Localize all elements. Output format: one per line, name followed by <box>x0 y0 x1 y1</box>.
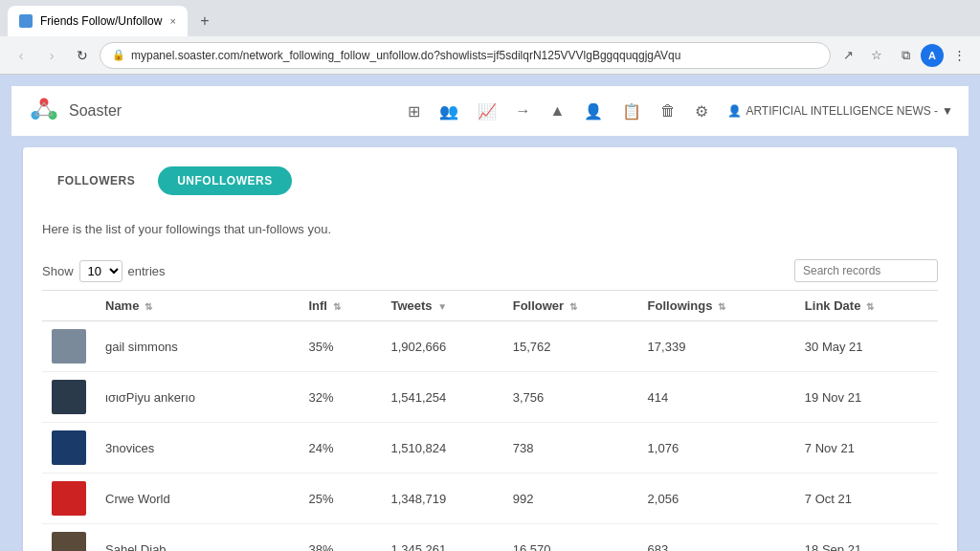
address-bar[interactable]: 🔒 mypanel.soaster.com/network_following_… <box>100 42 831 69</box>
arrow-icon[interactable]: → <box>516 102 531 120</box>
url-text: mypanel.soaster.com/network_following_fo… <box>131 49 818 62</box>
share-icon: ↗ <box>843 48 854 62</box>
tweets-cell: 1,541,254 <box>381 372 502 423</box>
avatar <box>52 329 86 364</box>
follower-cell: 738 <box>503 423 638 474</box>
avatar-cell <box>42 524 96 552</box>
follower-cell: 16,570 <box>503 524 638 552</box>
content-area: FOLLOWERS UNFOLLOWERS Here is the list o… <box>23 147 957 551</box>
profile-button[interactable]: A <box>921 44 944 67</box>
settings-icon[interactable]: ⚙ <box>695 102 708 121</box>
trash-icon[interactable]: 🗑 <box>660 102 676 120</box>
link-date-cell: 30 May 21 <box>795 321 938 372</box>
forward-button[interactable]: › <box>38 42 65 69</box>
entries-label: entries <box>128 264 166 278</box>
col-follower[interactable]: Follower ⇅ <box>503 291 638 321</box>
tab-title: Friends Follow/Unfollow <box>40 14 162 28</box>
tweets-cell: 1,510,824 <box>381 423 502 474</box>
avatar-cell <box>42 423 96 474</box>
grid-icon[interactable]: ⊞ <box>408 102 420 121</box>
follower-cell: 992 <box>503 474 638 524</box>
tweets-cell: 1,348,719 <box>381 474 502 524</box>
col-infl[interactable]: Infl ⇅ <box>299 291 381 321</box>
refresh-button[interactable]: ↻ <box>69 42 96 69</box>
name-cell: Crwe World <box>96 474 299 524</box>
table-row: 3novices 24% 1,510,824 738 1,076 7 Nov 2… <box>42 423 938 474</box>
followers-tab[interactable]: FOLLOWERS <box>42 166 150 195</box>
trending-icon[interactable]: 📈 <box>478 102 497 121</box>
table-controls: Show 10 25 50 entries <box>42 259 938 282</box>
more-button[interactable]: ⋮ <box>946 42 972 69</box>
col-tweets[interactable]: Tweets ▼ <box>381 291 502 321</box>
followings-cell: 17,339 <box>638 321 795 372</box>
ai-news-dropdown[interactable]: 👤 ARTIFICIAL INTELLIGENCE NEWS - ▼ <box>727 104 953 118</box>
search-input[interactable] <box>794 259 938 282</box>
link-date-cell: 18 Sep 21 <box>795 524 938 552</box>
share-button[interactable]: ↗ <box>835 42 861 69</box>
avatar <box>52 430 86 465</box>
dropdown-icon: ▼ <box>942 104 953 118</box>
name-cell: ισισPiyu ankerıo <box>96 372 299 423</box>
send-icon[interactable]: ▲ <box>550 102 566 120</box>
col-followings-sort-icon: ⇅ <box>718 301 725 312</box>
tweets-cell: 1,902,666 <box>381 321 502 372</box>
table-header-row: Name ⇅ Infl ⇅ Tweets ▼ Follower ⇅ <box>42 291 938 321</box>
entries-select[interactable]: 10 25 50 <box>79 260 122 282</box>
back-button[interactable]: ‹ <box>8 42 34 69</box>
infl-cell: 24% <box>299 423 381 474</box>
follower-cell: 15,762 <box>503 321 638 372</box>
show-label: Show <box>42 264 74 278</box>
col-infl-label: Infl <box>308 298 327 313</box>
active-tab[interactable]: Friends Follow/Unfollow × <box>8 6 188 36</box>
col-name-sort-icon: ⇅ <box>145 301 152 312</box>
page-background: Soaster ⊞ 👥 📈 → ▲ 👤 📋 🗑 ⚙ 👤 ARTIFICIAL I… <box>0 75 980 551</box>
logo-text: Soaster <box>69 102 122 120</box>
avatar-cell <box>42 321 96 372</box>
table-row: gail simmons 35% 1,902,666 15,762 17,339… <box>42 321 938 372</box>
avatar-cell <box>42 372 96 423</box>
tab-close-button[interactable]: × <box>169 15 175 27</box>
col-followings-label: Followings <box>648 298 713 313</box>
tabs-row: FOLLOWERS UNFOLLOWERS <box>42 166 938 195</box>
tweets-cell: 1,345,261 <box>381 524 502 552</box>
description-text: Here is the list of your followings that… <box>42 214 938 244</box>
link-date-cell: 19 Nov 21 <box>795 372 938 423</box>
svg-line-3 <box>35 102 44 116</box>
table-row: ισισPiyu ankerıo 32% 1,541,254 3,756 414… <box>42 372 938 423</box>
people-icon[interactable]: 👥 <box>439 102 458 121</box>
followings-cell: 414 <box>638 372 795 423</box>
infl-cell: 35% <box>299 321 381 372</box>
col-name[interactable]: Name ⇅ <box>96 291 299 321</box>
window-icon: ⧉ <box>902 48 910 63</box>
col-name-label: Name <box>105 298 139 313</box>
tab-bar: Friends Follow/Unfollow × + <box>0 0 980 36</box>
col-link-date[interactable]: Link Date ⇅ <box>795 291 938 321</box>
link-date-cell: 7 Nov 21 <box>795 423 938 474</box>
nav-bar: ‹ › ↻ 🔒 mypanel.soaster.com/network_foll… <box>0 36 980 75</box>
name-cell: gail simmons <box>96 321 299 372</box>
col-infl-sort-icon: ⇅ <box>333 301 341 312</box>
clipboard-icon[interactable]: 📋 <box>622 102 641 121</box>
window-button[interactable]: ⧉ <box>892 42 919 69</box>
unfollowers-tab[interactable]: UNFOLLOWERS <box>158 166 292 195</box>
col-follower-sort-icon: ⇅ <box>569 301 577 312</box>
col-follower-label: Follower <box>513 298 564 313</box>
bookmark-button[interactable]: ☆ <box>863 42 890 69</box>
infl-cell: 25% <box>299 474 381 524</box>
avatar-cell <box>42 474 96 524</box>
browser-chrome: Friends Follow/Unfollow × + ‹ › ↻ 🔒 mypa… <box>0 0 980 75</box>
new-tab-button[interactable]: + <box>191 8 218 34</box>
avatar <box>52 380 86 414</box>
logo-area: Soaster <box>27 94 122 128</box>
tab-favicon <box>19 14 33 28</box>
col-followings[interactable]: Followings ⇅ <box>638 291 795 321</box>
col-avatar <box>42 291 96 321</box>
app-header: Soaster ⊞ 👥 📈 → ▲ 👤 📋 🗑 ⚙ 👤 ARTIFICIAL I… <box>11 86 969 136</box>
refresh-icon: ↻ <box>77 48 88 63</box>
account-icon[interactable]: 👤 <box>584 102 603 121</box>
show-entries-control: Show 10 25 50 entries <box>42 260 166 282</box>
ai-news-label: ARTIFICIAL INTELLIGENCE NEWS - <box>746 104 938 118</box>
forward-icon: › <box>50 48 55 63</box>
header-nav-icons: ⊞ 👥 📈 → ▲ 👤 📋 🗑 ⚙ 👤 ARTIFICIAL INTELLIGE… <box>408 102 953 121</box>
soaster-logo <box>27 94 61 128</box>
